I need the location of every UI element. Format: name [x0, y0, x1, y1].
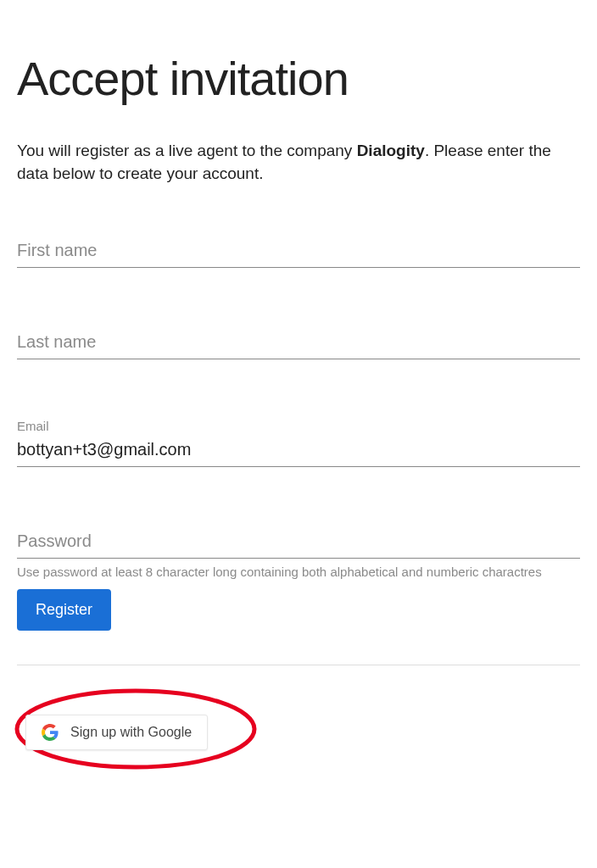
last-name-field [17, 327, 580, 359]
first-name-input[interactable] [17, 236, 580, 268]
password-field-wrapper [17, 526, 580, 559]
password-input[interactable] [17, 526, 580, 559]
description: You will register as a live agent to the… [17, 140, 580, 185]
email-field-wrapper: Email [17, 419, 580, 467]
divider [17, 665, 580, 665]
last-name-input[interactable] [17, 327, 580, 359]
register-button[interactable]: Register [17, 589, 111, 631]
first-name-field [17, 236, 580, 268]
page-title: Accept invitation [17, 51, 580, 106]
email-input[interactable] [17, 435, 580, 467]
password-hint: Use password at least 8 character long c… [17, 564, 580, 581]
google-icon [42, 724, 59, 741]
description-prefix: You will register as a live agent to the… [17, 142, 357, 159]
email-label: Email [17, 419, 580, 433]
google-signup-button[interactable]: Sign up with Google [25, 715, 208, 750]
company-name: Dialogity [357, 142, 425, 159]
google-button-label: Sign up with Google [70, 725, 192, 740]
